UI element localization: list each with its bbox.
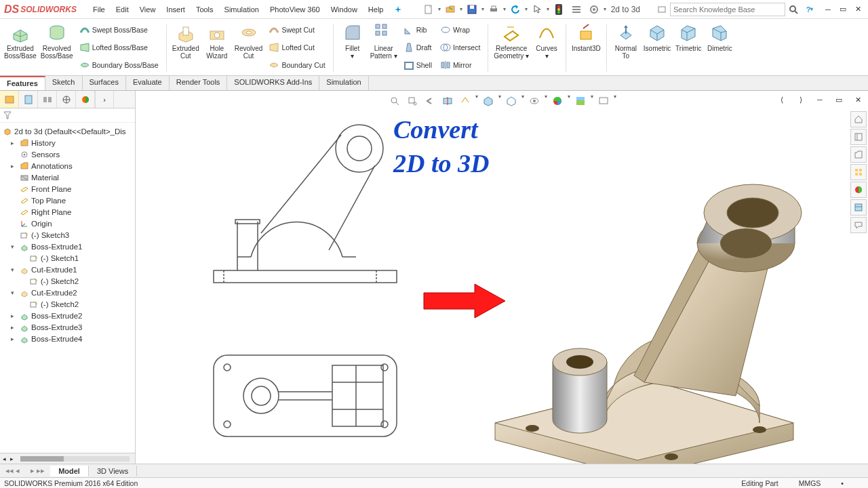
doc-minimize-button[interactable]: ─ — [812, 92, 827, 107]
swept-cut-button[interactable]: Swept Cut — [267, 22, 327, 38]
tab-surfaces[interactable]: Surfaces — [83, 76, 126, 90]
intersect-button[interactable]: Intersect — [438, 39, 482, 56]
tree-item[interactable]: (-) Sketch2 — [1, 298, 134, 310]
hide-show-icon[interactable] — [527, 94, 542, 108]
tab-render-tools[interactable]: Render Tools — [170, 76, 228, 90]
task-appearances-icon[interactable] — [850, 182, 867, 198]
boundary-boss-button[interactable]: Boundary Boss/Base — [77, 57, 161, 73]
linear-pattern-button[interactable]: LinearPattern ▾ — [370, 22, 397, 60]
revolved-boss-button[interactable]: RevolvedBoss/Base — [41, 22, 73, 60]
tree-item[interactable]: ▸Boss-Extrude4 — [1, 333, 134, 344]
tree-item[interactable]: Material — [1, 171, 134, 183]
menu-file[interactable]: File — [88, 3, 110, 16]
menu-edit[interactable]: Edit — [111, 3, 134, 16]
select-button[interactable] — [529, 2, 545, 17]
tree-item[interactable]: (-) Sketch3 — [1, 229, 134, 241]
bottom-tab-3d-views[interactable]: 3D Views — [89, 466, 137, 476]
prev-view-icon[interactable] — [422, 94, 437, 108]
dimetric-button[interactable]: Dimetric — [706, 22, 733, 52]
lofted-cut-button[interactable]: Lofted Cut — [267, 39, 327, 56]
revolved-cut-button[interactable]: RevolvedCut — [235, 22, 263, 60]
view-settings-icon[interactable] — [596, 94, 611, 108]
menu-pin-icon[interactable] — [389, 3, 407, 16]
zoom-fit-icon[interactable] — [387, 94, 402, 108]
apply-scene-icon[interactable] — [573, 94, 588, 108]
tree-twisty[interactable]: ▸ — [11, 312, 18, 319]
bottom-tab-model[interactable]: Model — [50, 466, 89, 476]
curves-button[interactable]: Curves▾ — [533, 22, 560, 60]
menu-insert[interactable]: Insert — [161, 3, 190, 16]
graphics-area[interactable]: ▾ ▾ ▾ ▾ ▾ ▾ ▾ ⟨ ⟩ ─ ▭ ✕ — [136, 91, 868, 464]
dynamic-annotate-icon[interactable] — [458, 94, 473, 108]
extruded-boss-button[interactable]: ExtrudedBoss/Base — [4, 22, 37, 60]
tree-item[interactable]: ▾Cut-Extrude1 — [1, 264, 134, 275]
tree-twisty[interactable]: ▸ — [11, 336, 18, 342]
undo-button[interactable] — [507, 2, 524, 17]
status-units[interactable]: MMGS — [799, 479, 821, 487]
tree-item[interactable]: Right Plane — [1, 206, 134, 218]
sb-tab-property[interactable] — [19, 91, 38, 108]
filter-icon[interactable] — [3, 110, 132, 120]
sb-tab-render[interactable] — [76, 91, 95, 108]
tree-twisty[interactable]: ▸ — [11, 324, 18, 331]
tab-scroll-left[interactable]: ◂◂ ◂ — [0, 466, 25, 475]
task-library-icon[interactable] — [850, 129, 867, 145]
reference-geometry-button[interactable]: ReferenceGeometry ▾ — [494, 22, 529, 60]
tab-evaluate[interactable]: Evaluate — [126, 76, 170, 90]
tree-root[interactable]: 2d to 3d (Default<<Default>_Dis — [1, 125, 134, 137]
search-input[interactable] — [670, 3, 785, 16]
task-file-explorer-icon[interactable] — [850, 146, 867, 163]
draft-button[interactable]: Draft — [401, 39, 434, 56]
tree-item[interactable]: ▸Annotations — [1, 160, 134, 171]
tab-scroll-right[interactable]: ▸ ▸▸ — [25, 466, 50, 475]
search-kb-icon[interactable] — [654, 2, 670, 17]
tab-simulation[interactable]: Simulation — [319, 76, 368, 90]
tree-item[interactable]: Top Plane — [1, 195, 134, 206]
isometric-button[interactable]: Isometric — [644, 22, 671, 52]
hole-wizard-button[interactable]: HoleWizard — [203, 22, 231, 60]
task-custom-props-icon[interactable] — [850, 199, 867, 216]
tree-item[interactable]: ▸Boss-Extrude2 — [1, 310, 134, 321]
boundary-cut-button[interactable]: Boundary Cut — [267, 57, 327, 73]
doc-restore-button[interactable]: ▭ — [831, 92, 846, 107]
view-orientation-icon[interactable] — [481, 94, 496, 108]
tab-addins[interactable]: SOLIDWORKS Add-Ins — [227, 76, 319, 90]
new-doc-button[interactable] — [420, 2, 437, 17]
traffic-light-icon[interactable] — [551, 2, 567, 17]
save-button[interactable] — [464, 2, 480, 17]
wrap-button[interactable]: Wrap — [438, 22, 482, 38]
instant3d-button[interactable]: Instant3D — [572, 22, 601, 52]
sb-tab-config[interactable] — [38, 91, 57, 108]
tree-twisty[interactable]: ▸ — [11, 140, 18, 146]
tab-sketch[interactable]: Sketch — [45, 76, 83, 90]
sb-tab-feature-tree[interactable] — [0, 91, 19, 108]
window-restore-button[interactable]: ▭ — [837, 3, 849, 16]
swept-boss-button[interactable]: Swept Boss/Base — [77, 22, 161, 38]
help-icon[interactable]: ? ▾ — [802, 2, 818, 17]
shell-button[interactable]: Shell — [401, 57, 434, 73]
tree-item[interactable]: Origin — [1, 218, 134, 229]
tree-twisty[interactable]: ▾ — [11, 266, 18, 273]
rib-button[interactable]: Rib — [401, 22, 434, 38]
menu-window[interactable]: Window — [326, 3, 362, 16]
tree-twisty[interactable]: ▾ — [11, 289, 18, 296]
zoom-area-icon[interactable] — [405, 94, 420, 108]
options-list-icon[interactable] — [568, 2, 585, 17]
section-view-icon[interactable] — [440, 94, 455, 108]
mirror-button[interactable]: Mirror — [438, 57, 482, 73]
print-button[interactable] — [486, 2, 502, 17]
task-home-icon[interactable] — [850, 111, 867, 127]
tree-item[interactable]: ▸Boss-Extrude3 — [1, 321, 134, 333]
trimetric-button[interactable]: Trimetric — [675, 22, 702, 52]
status-menu-icon[interactable]: • — [841, 479, 844, 487]
tree-twisty[interactable]: ▾ — [11, 243, 18, 250]
tree-item[interactable]: ▾Cut-Extrude2 — [1, 287, 134, 298]
child-collapse-icon[interactable]: ⟨ — [774, 92, 789, 107]
menu-view[interactable]: View — [135, 3, 161, 16]
normal-to-button[interactable]: NormalTo — [612, 22, 639, 60]
search-go-icon[interactable] — [785, 2, 802, 17]
display-style-icon[interactable] — [504, 94, 519, 108]
tree-twisty[interactable]: ▸ — [11, 163, 18, 169]
options-gear-icon[interactable] — [586, 2, 602, 17]
tree-item[interactable]: (-) Sketch2 — [1, 275, 134, 287]
